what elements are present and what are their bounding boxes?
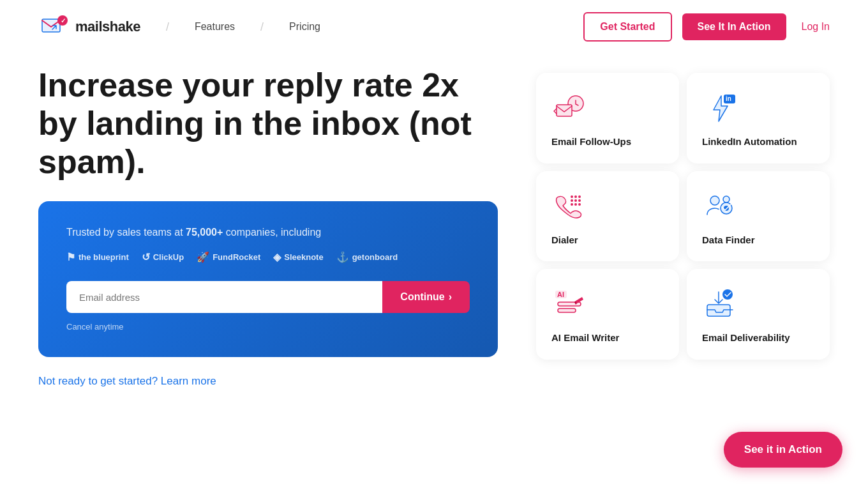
svg-point-12 [571,203,573,206]
logo-text: mailshake [75,19,140,35]
cancel-text: Cancel anytime [66,322,470,332]
ai-writer-icon: AI [553,288,586,321]
dialer-label: Dialer [551,234,578,247]
email-followup-label: Email Follow-Ups [551,135,631,148]
trusted-prefix: Trusted by sales teams at [66,227,186,238]
continue-button[interactable]: Continue › [382,281,470,313]
mailshake-logo-icon: ✓ [38,11,69,42]
login-button[interactable]: Log In [802,21,830,33]
svg-point-9 [571,199,573,202]
feature-cards-grid: Email Follow-Ups in LinkedIn Automation [536,66,830,388]
feature-card-linkedin[interactable]: in LinkedIn Automation [687,73,830,164]
trusted-text: Trusted by sales teams at 75,000+ compan… [66,227,470,238]
learn-more-link[interactable]: Not ready to get started? Learn more [38,375,511,388]
ai-writer-label: AI Email Writer [551,332,619,344]
email-deliverability-icon [703,288,737,321]
feature-card-data-finder[interactable]: Data Finder [687,171,830,262]
data-finder-icon-wrap [702,189,738,225]
svg-point-13 [574,203,577,206]
get-started-button[interactable]: Get Started [583,12,671,42]
ai-writer-icon-wrap: AI [551,287,587,323]
email-followup-icon-wrap [551,91,587,126]
hero-title: Increase your reply rate 2x by landing i… [38,66,485,181]
svg-rect-23 [707,305,730,316]
linkedin-icon: in [703,92,737,125]
linkedin-label: LinkedIn Automation [702,135,797,148]
main-nav: / Features / Pricing [166,20,320,34]
dialer-icon-wrap [551,189,587,225]
data-finder-label: Data Finder [702,234,755,247]
header: ✓ mailshake / Features / Pricing Get Sta… [0,0,868,54]
svg-point-24 [722,289,733,300]
svg-text:AI: AI [557,291,564,298]
svg-text:✓: ✓ [61,17,66,24]
brand-blueprint: ⚑ the blueprint [66,251,129,263]
feature-card-ai-writer[interactable]: AI AI Email Writer [536,269,679,360]
feature-card-dialer[interactable]: Dialer [536,171,679,262]
see-it-in-action-button[interactable]: See It In Action [682,13,786,40]
logo-area[interactable]: ✓ mailshake [38,11,140,42]
email-deliverability-label: Email Deliverability [702,332,790,344]
dialer-icon [553,190,586,224]
brand-logos: ⚑ the blueprint ↺ ClickUp 🚀 FundRocket ◈… [66,251,470,263]
svg-text:in: in [726,95,731,102]
brand-fundrocket: 🚀 FundRocket [197,251,260,263]
trusted-suffix: companies, including [223,227,321,238]
feature-card-email-deliverability[interactable]: Email Deliverability [687,269,830,360]
svg-point-11 [578,199,581,202]
linkedin-icon-wrap: in [702,91,738,126]
brand-getonboard: ⚓ getonboard [336,251,398,263]
nav-divider-2: / [260,20,264,34]
svg-point-14 [578,203,581,206]
data-finder-icon [703,190,737,224]
svg-point-15 [710,196,719,205]
svg-point-8 [578,195,581,198]
brand-clickup: ↺ ClickUp [142,251,184,263]
brand-sleeknote: ◈ Sleeknote [273,251,323,263]
svg-point-6 [571,195,573,198]
svg-point-10 [574,199,577,202]
email-input[interactable] [66,281,382,313]
email-deliverability-icon-wrap [702,287,738,323]
nav-pricing[interactable]: Pricing [289,21,320,33]
nav-divider-1: / [166,20,169,34]
floating-see-action-button[interactable]: See it in Action [724,432,842,468]
nav-features[interactable]: Features [195,21,235,33]
header-right: Get Started See It In Action Log In [583,12,830,42]
svg-point-7 [574,195,577,198]
feature-card-email-followups[interactable]: Email Follow-Ups [536,73,679,164]
header-left: ✓ mailshake / Features / Pricing [38,11,320,42]
trusted-number: 75,000+ [186,227,223,238]
svg-point-18 [723,196,730,202]
email-form: Continue › [66,281,470,313]
left-side: Increase your reply rate 2x by landing i… [38,66,536,388]
svg-rect-22 [558,309,576,312]
main-content: Increase your reply rate 2x by landing i… [0,54,868,413]
cta-box: Trusted by sales teams at 75,000+ compan… [38,201,498,357]
email-followup-icon [553,92,586,125]
